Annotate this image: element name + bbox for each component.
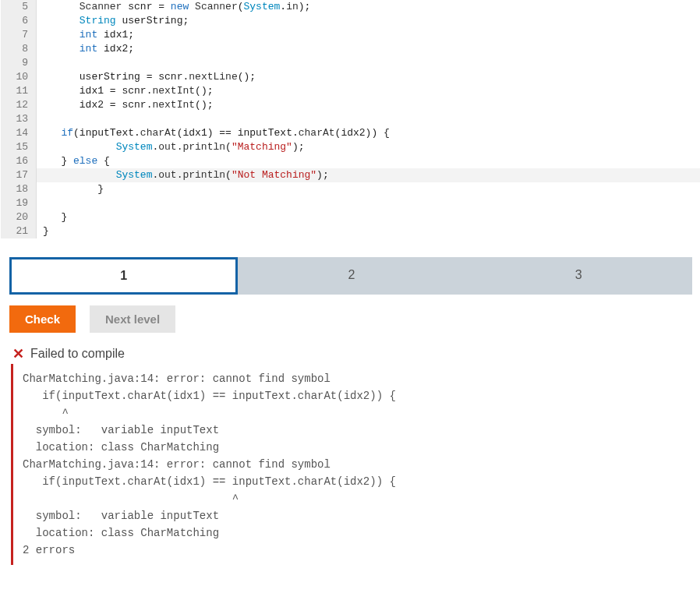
code-line[interactable]: 8 int idx2; bbox=[1, 42, 700, 56]
check-button[interactable]: Check bbox=[9, 305, 76, 333]
line-number: 20 bbox=[1, 210, 37, 224]
line-number: 17 bbox=[1, 168, 37, 182]
tab-strip: 123 bbox=[9, 257, 692, 295]
code-line[interactable]: 21} bbox=[1, 224, 700, 238]
code-content[interactable]: idx2 = scnr.nextInt(); bbox=[37, 98, 700, 112]
code-content[interactable]: Scanner scnr = new Scanner(System.in); bbox=[37, 0, 700, 14]
code-content[interactable]: } bbox=[37, 210, 700, 224]
line-number: 10 bbox=[1, 70, 37, 84]
line-number: 13 bbox=[1, 112, 37, 126]
line-number: 9 bbox=[1, 56, 37, 70]
code-line[interactable]: 20 } bbox=[1, 210, 700, 224]
code-line[interactable]: 18 } bbox=[1, 182, 700, 196]
line-number: 15 bbox=[1, 140, 37, 154]
code-line[interactable]: 5 Scanner scnr = new Scanner(System.in); bbox=[1, 0, 700, 14]
code-content[interactable]: } bbox=[37, 224, 700, 238]
code-content[interactable]: String userString; bbox=[37, 14, 700, 28]
code-content[interactable]: idx1 = scnr.nextInt(); bbox=[37, 84, 700, 98]
next-level-button: Next level bbox=[90, 305, 175, 333]
code-content[interactable]: System.out.println("Matching"); bbox=[37, 140, 700, 154]
code-line[interactable]: 7 int idx1; bbox=[1, 28, 700, 42]
code-content[interactable]: } else { bbox=[37, 154, 700, 168]
line-number: 5 bbox=[1, 0, 37, 14]
error-icon: ✕ bbox=[12, 347, 24, 361]
compile-status: ✕ Failed to compile bbox=[12, 347, 700, 361]
tab-3[interactable]: 3 bbox=[465, 257, 692, 295]
line-number: 16 bbox=[1, 154, 37, 168]
code-editor[interactable]: 5 Scanner scnr = new Scanner(System.in);… bbox=[0, 0, 700, 238]
line-number: 19 bbox=[1, 196, 37, 210]
code-line[interactable]: 16 } else { bbox=[1, 154, 700, 168]
code-content[interactable]: if(inputText.charAt(idx1) == inputText.c… bbox=[37, 126, 700, 140]
code-line[interactable]: 12 idx2 = scnr.nextInt(); bbox=[1, 98, 700, 112]
code-content[interactable] bbox=[37, 196, 700, 210]
code-line[interactable]: 6 String userString; bbox=[1, 14, 700, 28]
line-number: 8 bbox=[1, 42, 37, 56]
code-line[interactable]: 15 System.out.println("Matching"); bbox=[1, 140, 700, 154]
code-line[interactable]: 13 bbox=[1, 112, 700, 126]
button-row: Check Next level bbox=[9, 305, 700, 333]
code-content[interactable] bbox=[37, 56, 700, 70]
code-content[interactable]: System.out.println("Not Matching"); bbox=[37, 168, 700, 182]
code-content[interactable]: } bbox=[37, 182, 700, 196]
compile-status-text: Failed to compile bbox=[30, 347, 125, 361]
line-number: 12 bbox=[1, 98, 37, 112]
line-number: 21 bbox=[1, 224, 37, 238]
code-line[interactable]: 10 userString = scnr.nextLine(); bbox=[1, 70, 700, 84]
code-line[interactable]: 11 idx1 = scnr.nextInt(); bbox=[1, 84, 700, 98]
tab-1[interactable]: 1 bbox=[9, 257, 238, 295]
line-number: 6 bbox=[1, 14, 37, 28]
line-number: 7 bbox=[1, 28, 37, 42]
code-line[interactable]: 17 System.out.println("Not Matching"); bbox=[1, 168, 700, 182]
code-content[interactable]: int idx1; bbox=[37, 28, 700, 42]
code-content[interactable]: int idx2; bbox=[37, 42, 700, 56]
code-content[interactable]: userString = scnr.nextLine(); bbox=[37, 70, 700, 84]
line-number: 18 bbox=[1, 182, 37, 196]
line-number: 11 bbox=[1, 84, 37, 98]
code-line[interactable]: 14 if(inputText.charAt(idx1) == inputTex… bbox=[1, 126, 700, 140]
line-number: 14 bbox=[1, 126, 37, 140]
tab-2[interactable]: 2 bbox=[238, 257, 465, 295]
code-line[interactable]: 19 bbox=[1, 196, 700, 210]
code-line[interactable]: 9 bbox=[1, 56, 700, 70]
code-content[interactable] bbox=[37, 112, 700, 126]
compile-output: CharMatching.java:14: error: cannot find… bbox=[11, 364, 700, 565]
